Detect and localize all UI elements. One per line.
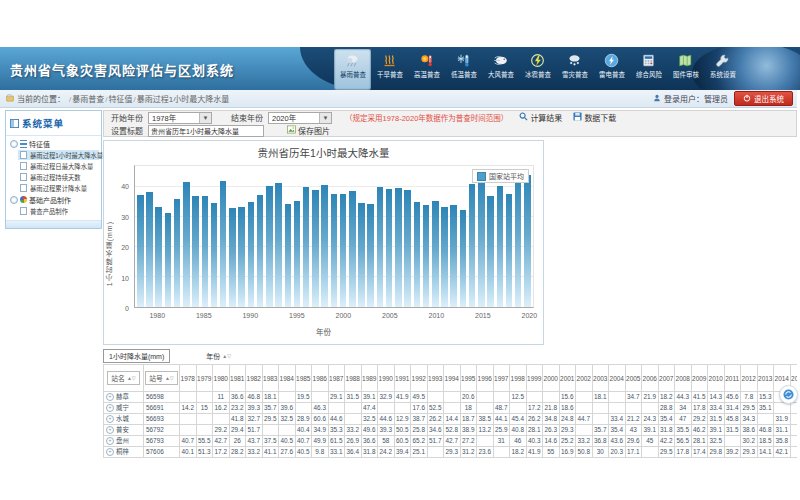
- bar-1985[interactable]: [202, 196, 209, 307]
- bar-2006[interactable]: [395, 188, 402, 307]
- year-header-2002[interactable]: 2002: [576, 365, 593, 392]
- year-header-2000[interactable]: 2000: [543, 365, 560, 392]
- bar-2019[interactable]: [515, 174, 522, 308]
- bar-1991[interactable]: [257, 195, 264, 307]
- year-header-1983[interactable]: 1983: [262, 365, 279, 392]
- nav-item-rainstorm[interactable]: 暴雨普查: [334, 49, 371, 90]
- year-header-1994[interactable]: 1994: [444, 365, 461, 392]
- year-header-2013[interactable]: 2013: [757, 365, 774, 392]
- bar-2001[interactable]: [349, 191, 356, 307]
- bar-1988[interactable]: [229, 208, 236, 307]
- sidebar-item[interactable]: 暴雨过程1小时最大降水量: [18, 150, 99, 160]
- nav-item-cold[interactable]: 低温普查: [445, 49, 482, 90]
- bar-1998[interactable]: [321, 185, 328, 307]
- nav-item-hail[interactable]: 冰雹普查: [519, 49, 556, 90]
- end-year-select[interactable]: 2020年 ▼: [268, 112, 332, 124]
- year-header-1996[interactable]: 1996: [477, 365, 494, 392]
- expand-toggle-icon[interactable]: [10, 196, 18, 204]
- year-header-2005[interactable]: 2005: [625, 365, 642, 392]
- year-group-header[interactable]: 年份 ▲▽: [206, 351, 231, 361]
- nav-item-heat[interactable]: 高温普查: [408, 49, 445, 90]
- bar-1993[interactable]: [275, 183, 282, 308]
- bar-1982[interactable]: [174, 199, 181, 307]
- bar-1996[interactable]: [303, 187, 310, 307]
- bar-2011[interactable]: [441, 207, 448, 307]
- year-header-1995[interactable]: 1995: [460, 365, 477, 392]
- year-header-2004[interactable]: 2004: [609, 365, 626, 392]
- bar-1992[interactable]: [266, 186, 273, 308]
- year-header-2007[interactable]: 2007: [658, 365, 675, 392]
- bar-2016[interactable]: [487, 196, 494, 307]
- bar-2020[interactable]: [524, 175, 531, 307]
- logout-button[interactable]: 退出系统: [734, 91, 793, 106]
- sidebar-group-1[interactable]: 基础产品制作: [6, 194, 101, 205]
- sort-icons[interactable]: ▲▽: [127, 375, 136, 381]
- nav-item-drought[interactable]: 干旱普查: [371, 49, 408, 90]
- year-header-1985[interactable]: 1985: [295, 365, 312, 392]
- year-header-1979[interactable]: 1979: [196, 365, 213, 392]
- bar-2005[interactable]: [386, 189, 393, 307]
- sidebar-item[interactable]: 暴雨过程持续天数: [18, 172, 99, 182]
- nav-item-map[interactable]: 图件审核: [667, 49, 704, 90]
- year-header-2012[interactable]: 2012: [741, 365, 758, 392]
- expand-row-icon[interactable]: +: [106, 426, 114, 434]
- bar-1978[interactable]: [137, 195, 144, 308]
- breadcrumb-item[interactable]: 暴雨普查: [72, 95, 104, 104]
- year-header-1997[interactable]: 1997: [493, 365, 510, 392]
- save-image-button[interactable]: 保存图片: [287, 125, 330, 136]
- bar-1986[interactable]: [211, 203, 218, 307]
- breadcrumb-item[interactable]: 特征值: [108, 95, 132, 104]
- chart-title-input[interactable]: [148, 125, 264, 137]
- year-header-1998[interactable]: 1998: [510, 365, 527, 392]
- bar-2008[interactable]: [414, 202, 421, 307]
- download-button[interactable]: 数据下载: [573, 112, 616, 123]
- year-header-1990[interactable]: 1990: [378, 365, 395, 392]
- year-header-1978[interactable]: 1978: [180, 365, 197, 392]
- year-header-1999[interactable]: 1999: [526, 365, 543, 392]
- bar-1983[interactable]: [183, 182, 190, 307]
- nav-item-wind[interactable]: 大风普查: [482, 49, 519, 90]
- year-header-2001[interactable]: 2001: [559, 365, 576, 392]
- sidebar-item[interactable]: 暴雨过程累计降水量: [18, 183, 99, 193]
- sort-icons[interactable]: ▲▽: [222, 353, 231, 359]
- year-header-1982[interactable]: 1982: [246, 365, 263, 392]
- bar-2012[interactable]: [450, 205, 457, 307]
- bar-2004[interactable]: [377, 187, 384, 307]
- year-header-1981[interactable]: 1981: [229, 365, 246, 392]
- bar-2017[interactable]: [497, 186, 504, 307]
- bar-2010[interactable]: [432, 201, 439, 307]
- bar-1981[interactable]: [165, 213, 172, 308]
- year-header-2011[interactable]: 2011: [724, 365, 741, 392]
- bar-2009[interactable]: [423, 205, 430, 307]
- nav-item-lightning[interactable]: 雷电普查: [593, 49, 630, 90]
- sidebar-group-0[interactable]: 特征值: [6, 138, 101, 149]
- expand-row-icon[interactable]: +: [106, 404, 114, 412]
- bar-1997[interactable]: [312, 190, 319, 307]
- year-header-1992[interactable]: 1992: [411, 365, 428, 392]
- sort-icons[interactable]: ▲▽: [165, 375, 174, 381]
- nav-item-settings[interactable]: 系统设置: [704, 49, 741, 90]
- expand-row-icon[interactable]: +: [106, 437, 114, 445]
- bar-2014[interactable]: [469, 184, 476, 307]
- year-header-2008[interactable]: 2008: [675, 365, 692, 392]
- expand-row-icon[interactable]: +: [106, 448, 114, 456]
- year-header-2006[interactable]: 2006: [642, 365, 659, 392]
- bar-1995[interactable]: [294, 201, 301, 307]
- year-header-1987[interactable]: 1987: [328, 365, 345, 392]
- year-header-1980[interactable]: 1980: [213, 365, 230, 392]
- year-header-1989[interactable]: 1989: [361, 365, 378, 392]
- bar-1984[interactable]: [192, 196, 199, 307]
- unit-label-box[interactable]: 1小时降水量(mm): [103, 349, 170, 363]
- year-header-1993[interactable]: 1993: [427, 365, 444, 392]
- bar-2003[interactable]: [367, 204, 374, 308]
- nav-item-risk[interactable]: 综合风险: [630, 49, 667, 90]
- station-id-header[interactable]: 站号▲▽: [144, 365, 180, 392]
- year-header-2010[interactable]: 2010: [708, 365, 725, 392]
- floating-widget-button[interactable]: [779, 385, 798, 404]
- bar-1994[interactable]: [285, 204, 292, 307]
- bar-1990[interactable]: [248, 202, 255, 307]
- year-header-1986[interactable]: 1986: [312, 365, 329, 392]
- bar-2007[interactable]: [404, 190, 411, 307]
- sidebar-item[interactable]: 暴雨过程日最大降水量: [18, 161, 99, 171]
- station-name-header[interactable]: 站名▲▽: [104, 365, 144, 392]
